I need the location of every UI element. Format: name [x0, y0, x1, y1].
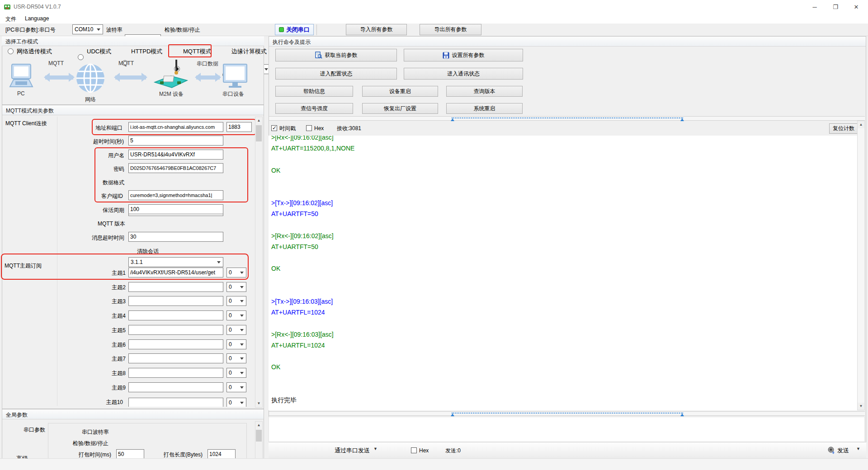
- system-reboot-button[interactable]: 系统重启: [446, 103, 523, 114]
- msgto-input[interactable]: 30: [128, 232, 223, 242]
- log-area[interactable]: >[Rx<-][09:16:02][asc]AT+UART=115200,8,1…: [269, 136, 857, 410]
- hex-recv-checkbox[interactable]: [306, 125, 312, 131]
- menu-language[interactable]: Language: [22, 14, 52, 23]
- diagram-network-label: 网络: [85, 96, 96, 103]
- hscrollbar-thumb[interactable]: [452, 413, 683, 414]
- topic-qos-select[interactable]: 0: [226, 339, 246, 349]
- scroll-down-arrow[interactable]: ▼: [255, 400, 262, 407]
- get-params-label: 获取当前参数: [325, 52, 358, 59]
- send-via-caret-icon[interactable]: ▼: [373, 446, 377, 451]
- topic-qos-select[interactable]: 0: [226, 310, 246, 320]
- topic-input[interactable]: [128, 339, 223, 349]
- help-info-button[interactable]: 帮助信息: [275, 86, 353, 97]
- com-port-select[interactable]: COM10: [72, 24, 103, 34]
- topic-input[interactable]: [128, 325, 223, 335]
- topic-qos-select[interactable]: 0: [226, 382, 246, 392]
- import-params-button[interactable]: 导入所有参数: [346, 24, 407, 35]
- radio-edge-label[interactable]: 边缘计算模式: [231, 48, 267, 55]
- signal-strength-button[interactable]: 查信号强度: [275, 103, 353, 114]
- cid-input[interactable]: curemode=3,signmethod=hmacsha1|: [128, 190, 223, 200]
- maximize-button[interactable]: ❐: [826, 0, 844, 13]
- packlen-input[interactable]: 1024: [208, 449, 236, 459]
- send-input-area[interactable]: [269, 417, 865, 442]
- m2m-device-icon: [153, 59, 189, 91]
- get-params-button[interactable]: 获取当前参数: [275, 49, 397, 61]
- topic-input[interactable]: /i4u4VIKvRXf/USR-DR514/user/get: [128, 268, 223, 277]
- radio-udc-mode[interactable]: [78, 54, 84, 60]
- topic-input[interactable]: [128, 310, 223, 320]
- topic-input[interactable]: [128, 382, 223, 392]
- log-line: >[Rx<-][09:16:02][asc]: [271, 136, 857, 143]
- diagram-serialdata-label: 串口数据: [197, 60, 218, 68]
- radio-transparent-mode[interactable]: [8, 48, 14, 54]
- set-params-button[interactable]: 设置所有参数: [404, 49, 523, 61]
- close-serial-button[interactable]: 关闭串口: [275, 24, 314, 35]
- topic-input[interactable]: [128, 296, 223, 306]
- topic-qos-select[interactable]: 0: [226, 268, 246, 277]
- log-vscrollbar[interactable]: ▲ ▼: [857, 121, 865, 410]
- log-line: >[Rx<-][09:16:03][asc]: [271, 329, 857, 340]
- topic-input[interactable]: [128, 368, 223, 378]
- timeout-input[interactable]: 5: [128, 136, 223, 146]
- device-reboot-button[interactable]: 设备重启: [362, 86, 438, 97]
- scroll-up-arrow[interactable]: ▲: [255, 117, 262, 124]
- topic-input[interactable]: [128, 353, 223, 363]
- topic-qos-select[interactable]: 0: [226, 282, 246, 292]
- hex-send-checkbox[interactable]: [411, 447, 417, 453]
- ver-select[interactable]: 3.1.1: [128, 257, 223, 267]
- scrollbar-thumb[interactable]: [256, 125, 262, 141]
- radio-udc-label[interactable]: UDC模式: [87, 48, 111, 55]
- log-line: OK: [271, 165, 857, 176]
- log-bottom-hscrollbar[interactable]: [269, 411, 865, 416]
- menu-file[interactable]: 文件: [2, 14, 19, 24]
- log-line: [271, 187, 857, 197]
- packtime-input[interactable]: 50: [116, 449, 144, 459]
- query-version-button[interactable]: 查询版本: [446, 86, 523, 97]
- mqtt-panel-scrollbar[interactable]: ▲ ▼: [255, 117, 263, 408]
- port-input[interactable]: 1883: [226, 122, 252, 132]
- timestamp-checkbox[interactable]: [271, 125, 277, 131]
- log-line: [271, 220, 857, 230]
- keep-input[interactable]: 100: [128, 204, 223, 214]
- log-options-row: 时间戳 Hex 接收:3081 复位计数: [269, 121, 865, 136]
- topic-input[interactable]: [128, 282, 223, 292]
- topic-qos-select[interactable]: 0: [226, 353, 246, 363]
- topic-qos-select[interactable]: 0: [226, 368, 246, 378]
- topic-input[interactable]: [128, 398, 223, 407]
- minimize-button[interactable]: ─: [806, 0, 824, 13]
- factory-reset-button[interactable]: 恢复出厂设置: [362, 103, 438, 114]
- export-params-button[interactable]: 导出所有参数: [420, 24, 481, 35]
- close-button[interactable]: ✕: [847, 0, 865, 13]
- pwd-input[interactable]: D025D767654679BE0FB1AC08267C7: [128, 163, 223, 173]
- send-button[interactable]: 发送: [837, 447, 849, 454]
- addr-input[interactable]: i.iot-as-mqtt.cn-shanghai.aliyuncs.com: [128, 122, 223, 132]
- log-top-hscrollbar[interactable]: [269, 116, 865, 121]
- arrow-network-device: [115, 75, 146, 80]
- arrow-device-serial: [196, 75, 220, 80]
- radio-httpd-label[interactable]: HTTPD模式: [131, 48, 162, 55]
- radio-mqtt-label[interactable]: MQTT模式: [183, 48, 212, 55]
- reset-count-button[interactable]: 复位计数: [829, 123, 858, 134]
- scroll-up-arrow[interactable]: ▲: [255, 422, 262, 429]
- send-caret-icon[interactable]: ▼: [856, 446, 860, 451]
- radio-transparent-label[interactable]: 网络透传模式: [17, 48, 52, 55]
- enter-comm-button[interactable]: 进入通讯状态: [404, 68, 523, 80]
- packtime-label: 打包时间(ms): [79, 451, 111, 458]
- send-via-serial-dropdown[interactable]: 通过串口发送: [335, 447, 370, 454]
- toolbar: [PC串口参数]:串口号 COM10 波特率 115200 检验/数据/停止 N…: [0, 24, 868, 36]
- scroll-up-arrow[interactable]: ▲: [858, 121, 864, 128]
- parity-data-stop-label: 检验/数据/停止: [165, 27, 200, 33]
- hscrollbar-thumb[interactable]: [452, 118, 683, 118]
- topic-qos-select[interactable]: 0: [226, 325, 246, 335]
- scroll-down-arrow[interactable]: ▼: [858, 403, 864, 410]
- enter-config-button[interactable]: 进入配置状态: [275, 68, 397, 80]
- user-input[interactable]: USR-DR514&i4u4VIKvRXf: [128, 150, 223, 160]
- topic-qos-select[interactable]: 0: [226, 296, 246, 306]
- scrollbar-thumb[interactable]: [256, 430, 262, 442]
- mqtt-sub-section-label: MQTT主题订阅: [5, 263, 42, 269]
- close-serial-label: 关闭串口: [286, 26, 310, 34]
- save-icon: [443, 52, 449, 59]
- diagram-mqtt1-label: MQTT: [48, 60, 64, 66]
- global-params-header: 全局参数: [2, 409, 264, 419]
- topic-qos-select[interactable]: 0: [226, 398, 246, 407]
